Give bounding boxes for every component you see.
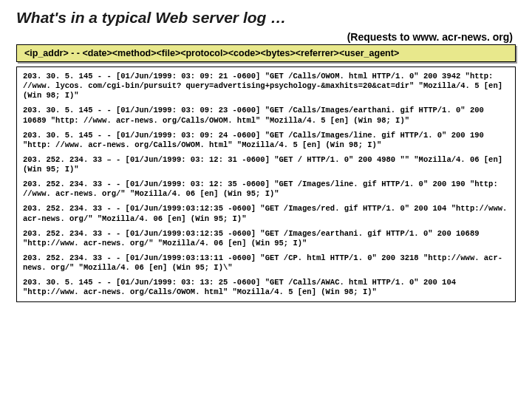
log-format-line: <ip_addr> - - <date><method><file><proto… [16, 44, 516, 62]
slide-container: What's in a typical Web server log … (Re… [0, 0, 532, 302]
log-entry: 203. 252. 234. 33 - - [01/Jun/1999: 03: … [23, 180, 509, 199]
log-entry: 203. 252. 234. 33 - - [01/Jun/1999:03:13… [23, 253, 509, 273]
slide-subtitle: (Requests to www. acr-news. org) [16, 31, 516, 43]
log-entry: 203. 252. 234. 33 - - [01/Jun/1999:03:12… [23, 229, 509, 248]
log-entry: 203. 252. 234. 33 - - [01/Jun/1999:03:12… [23, 204, 509, 223]
log-entry: 203. 30. 5. 145 - - [01/Jun/1999: 03: 09… [23, 72, 509, 100]
log-entry: 203. 30. 5. 145 - - [01/Jun/1999: 03: 09… [23, 106, 509, 125]
log-entry: 203. 30. 5. 145 - - [01/Jun/1999: 03: 13… [23, 278, 509, 297]
log-entry: 203. 30. 5. 145 - - [01/Jun/1999: 03: 09… [23, 131, 509, 150]
slide-title: What's in a typical Web server log … [16, 9, 516, 27]
log-entries-box: 203. 30. 5. 145 - - [01/Jun/1999: 03: 09… [16, 66, 516, 302]
log-entry: 203. 252. 234. 33 – - [01/Jun/1999: 03: … [23, 155, 509, 174]
